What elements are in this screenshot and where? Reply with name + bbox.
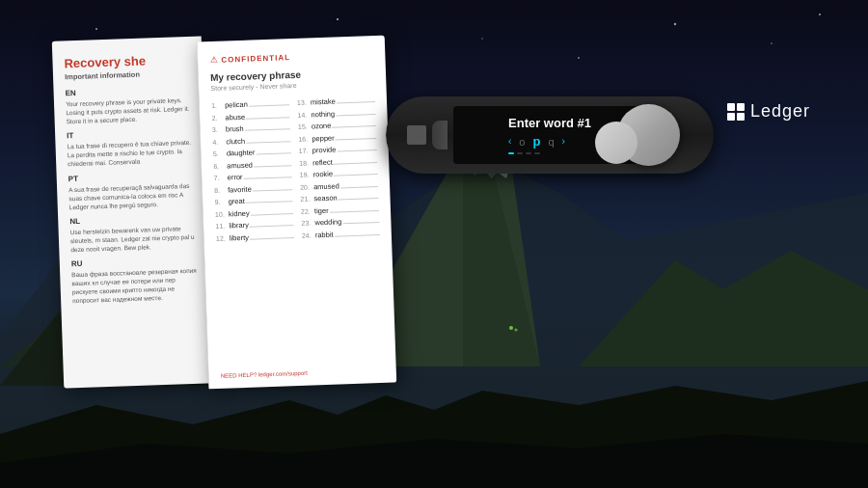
word-text-17: provide xyxy=(312,146,337,155)
word-num-20: 20. xyxy=(300,183,313,190)
word-text-15: ozone xyxy=(312,122,332,131)
word-line-5 xyxy=(256,152,290,154)
sheet-title: Recovery she xyxy=(64,52,190,71)
svg-point-5 xyxy=(674,23,676,25)
dot-2 xyxy=(517,152,523,154)
confidential-label: CONFIDENTIAL xyxy=(221,53,290,64)
word-text-3: brush xyxy=(226,124,244,134)
screen-content: Enter word #1 ‹ o p q › xyxy=(508,116,591,154)
word-line-4 xyxy=(246,141,290,144)
word-num-4: 4. xyxy=(212,138,226,145)
lang-nl-section: NL Use herstelzin bewarenk van uw privat… xyxy=(69,213,197,255)
letter-q: q xyxy=(548,136,554,148)
word-text-22: tiger xyxy=(314,205,329,215)
word-text-16: pepper xyxy=(312,133,335,143)
word-text-10: kidney xyxy=(229,208,250,218)
word-num-11: 11. xyxy=(215,222,229,229)
word-entry-5: 5.daughter xyxy=(213,147,291,158)
svg-point-7 xyxy=(819,14,821,15)
word-entry-8: 8.favorite xyxy=(214,183,292,195)
ledger-device: Enter word #1 ‹ o p q › xyxy=(347,77,752,347)
word-text-14: nothing xyxy=(311,109,335,119)
lang-nl-text: Use herstelzin bewarenk van uw private s… xyxy=(70,224,198,255)
word-line-2 xyxy=(246,117,290,120)
word-num-22: 22. xyxy=(301,207,314,214)
word-text-1: pelican xyxy=(225,100,248,110)
logo-sq-2 xyxy=(737,103,745,111)
lang-it-section: IT La tua frase di recupero è tua chiave… xyxy=(67,127,194,169)
recovery-sheet-left: Recovery she Important information EN Yo… xyxy=(52,36,213,388)
logo-sq-1 xyxy=(727,103,735,111)
ledger-body: Enter word #1 ‹ o p q › xyxy=(386,96,714,174)
word-entry-1: 1.pelican xyxy=(211,98,289,110)
word-line-7 xyxy=(244,176,292,179)
word-num-14: 14. xyxy=(297,111,311,118)
word-num-2: 2. xyxy=(211,114,225,121)
word-text-19: rookie xyxy=(312,170,333,179)
ledger-right-button-inner xyxy=(595,122,637,164)
sheet-subtitle: Important information xyxy=(65,68,191,82)
word-num-17: 17. xyxy=(299,147,312,153)
word-num-6: 6. xyxy=(213,162,227,169)
svg-point-6 xyxy=(771,42,773,44)
left-chevron-icon[interactable]: ‹ xyxy=(508,136,511,147)
word-entry-7: 7.error xyxy=(214,171,292,182)
word-num-13: 13. xyxy=(297,98,311,105)
word-entry-11: 11.library xyxy=(215,219,293,230)
word-num-16: 16. xyxy=(298,135,312,142)
logo-sq-4 xyxy=(737,113,745,121)
need-help-url: ledger.com/support xyxy=(258,370,308,378)
word-entry-2: 2.abuse xyxy=(211,111,289,122)
ledger-right-cap[interactable] xyxy=(617,104,680,166)
word-text-11: library xyxy=(229,221,249,230)
dot-1 xyxy=(508,152,514,154)
svg-point-4 xyxy=(481,38,483,40)
word-num-23: 23. xyxy=(301,219,314,226)
word-num-19: 19. xyxy=(300,171,313,177)
word-text-5: daughter xyxy=(227,148,256,157)
lang-ru-text: Ваша фраза восстановле резервная копия в… xyxy=(71,266,199,306)
ledger-logo-area: Ledger xyxy=(727,101,810,122)
lang-it-text: La tua frase di recupero è tua chiave pr… xyxy=(67,138,194,169)
word-entry-3: 3.brush xyxy=(212,122,290,134)
screen-letter-selector: ‹ o p q › xyxy=(508,134,591,149)
word-text-18: reflect xyxy=(312,157,333,167)
word-entry-6: 6.amused xyxy=(213,159,291,171)
svg-point-1 xyxy=(95,28,97,30)
word-entry-9: 9.great xyxy=(214,195,292,206)
word-line-9 xyxy=(246,201,293,203)
svg-point-3 xyxy=(337,18,339,20)
logo-sq-3 xyxy=(727,113,735,121)
screen-progress-dots xyxy=(508,152,591,154)
word-line-12 xyxy=(250,237,294,240)
dot-3 xyxy=(526,152,531,154)
word-text-12: liberty xyxy=(230,232,249,242)
screen-word-number: Enter word #1 xyxy=(508,116,591,130)
word-text-6: amused xyxy=(227,160,253,170)
ledger-left-button[interactable] xyxy=(432,121,448,149)
word-num-12: 12. xyxy=(216,234,230,241)
word-text-20: amused xyxy=(313,181,339,191)
word-text-21: season xyxy=(313,194,337,203)
word-line-10 xyxy=(251,213,293,216)
word-num-10: 10. xyxy=(215,210,229,217)
word-line-8 xyxy=(253,189,292,191)
word-num-5: 5. xyxy=(213,150,227,157)
word-line-1 xyxy=(249,104,289,106)
word-num-24: 24. xyxy=(302,231,315,238)
lang-ru-section: RU Ваша фраза восстановле резервная копи… xyxy=(71,256,200,306)
need-help-section: NEED HELP? ledger.com/support xyxy=(221,370,308,379)
word-text-8: favorite xyxy=(228,184,252,194)
ledger-brand-name: Ledger xyxy=(750,101,810,122)
lang-en-text: Your recovery phrase is your private key… xyxy=(66,95,193,126)
word-text-7: error xyxy=(228,173,243,182)
confidential-banner: ⚠ CONFIDENTIAL xyxy=(209,49,373,65)
word-text-24: rabbit xyxy=(315,230,334,239)
right-chevron-icon[interactable]: › xyxy=(562,136,565,147)
word-text-4: clutch xyxy=(226,136,245,146)
word-num-15: 15. xyxy=(298,122,312,129)
word-entry-10: 10.kidney xyxy=(215,207,293,219)
need-help-label: NEED HELP? xyxy=(221,372,258,379)
dot-4 xyxy=(534,152,540,154)
warning-icon: ⚠ xyxy=(209,55,217,65)
